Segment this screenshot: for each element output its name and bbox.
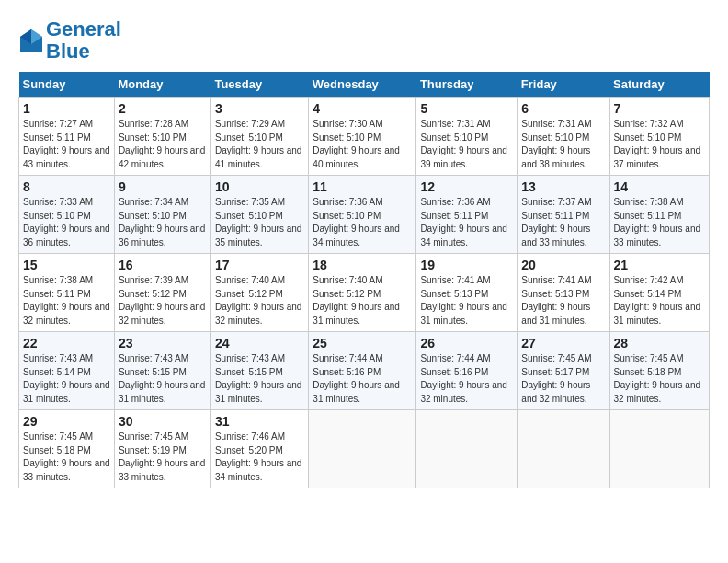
calendar-cell: 23 Sunrise: 7:43 AM Sunset: 5:15 PM Dayl… xyxy=(114,332,210,410)
calendar-cell xyxy=(309,410,416,488)
calendar-cell: 2 Sunrise: 7:28 AM Sunset: 5:10 PM Dayli… xyxy=(114,98,210,176)
day-number: 17 xyxy=(215,258,304,272)
day-info: Sunrise: 7:44 AM Sunset: 5:16 PM Dayligh… xyxy=(420,352,513,406)
weekday-header-monday: Monday xyxy=(114,72,210,98)
day-number: 26 xyxy=(420,336,513,350)
calendar-cell: 19 Sunrise: 7:41 AM Sunset: 5:13 PM Dayl… xyxy=(416,254,518,332)
day-number: 19 xyxy=(420,258,513,272)
weekday-header-wednesday: Wednesday xyxy=(309,72,416,98)
day-info: Sunrise: 7:41 AM Sunset: 5:13 PM Dayligh… xyxy=(521,274,605,327)
day-info: Sunrise: 7:30 AM Sunset: 5:10 PM Dayligh… xyxy=(313,118,412,171)
day-number: 13 xyxy=(521,179,605,194)
day-info: Sunrise: 7:43 AM Sunset: 5:15 PM Dayligh… xyxy=(119,352,207,406)
calendar-cell xyxy=(518,410,609,488)
day-number: 9 xyxy=(119,179,207,194)
day-number: 15 xyxy=(23,258,110,272)
calendar-cell: 18 Sunrise: 7:40 AM Sunset: 5:12 PM Dayl… xyxy=(309,254,416,332)
day-number: 4 xyxy=(313,101,412,116)
calendar-cell: 8 Sunrise: 7:33 AM Sunset: 5:10 PM Dayli… xyxy=(19,176,115,254)
weekday-header-row: SundayMondayTuesdayWednesdayThursdayFrid… xyxy=(19,72,710,98)
day-number: 20 xyxy=(521,258,605,272)
day-info: Sunrise: 7:39 AM Sunset: 5:12 PM Dayligh… xyxy=(119,274,207,327)
day-info: Sunrise: 7:45 AM Sunset: 5:17 PM Dayligh… xyxy=(521,352,605,406)
day-number: 2 xyxy=(119,101,207,116)
calendar-cell: 24 Sunrise: 7:43 AM Sunset: 5:15 PM Dayl… xyxy=(210,332,308,410)
calendar-cell: 12 Sunrise: 7:36 AM Sunset: 5:11 PM Dayl… xyxy=(416,176,518,254)
day-info: Sunrise: 7:38 AM Sunset: 5:11 PM Dayligh… xyxy=(614,196,705,249)
day-number: 14 xyxy=(614,179,705,194)
calendar-week-row: 1 Sunrise: 7:27 AM Sunset: 5:11 PM Dayli… xyxy=(19,98,710,176)
logo-text: General Blue xyxy=(46,18,121,63)
day-number: 18 xyxy=(313,258,412,272)
calendar-cell: 10 Sunrise: 7:35 AM Sunset: 5:10 PM Dayl… xyxy=(210,176,308,254)
day-info: Sunrise: 7:35 AM Sunset: 5:10 PM Dayligh… xyxy=(215,196,304,249)
logo: General Blue xyxy=(18,18,121,63)
calendar-cell: 14 Sunrise: 7:38 AM Sunset: 5:11 PM Dayl… xyxy=(609,176,709,254)
weekday-header-thursday: Thursday xyxy=(416,72,518,98)
day-info: Sunrise: 7:40 AM Sunset: 5:12 PM Dayligh… xyxy=(313,274,412,327)
calendar-cell: 20 Sunrise: 7:41 AM Sunset: 5:13 PM Dayl… xyxy=(518,254,609,332)
calendar-table: SundayMondayTuesdayWednesdayThursdayFrid… xyxy=(18,72,710,488)
day-number: 25 xyxy=(313,336,412,350)
day-info: Sunrise: 7:32 AM Sunset: 5:10 PM Dayligh… xyxy=(614,118,705,171)
calendar-cell: 3 Sunrise: 7:29 AM Sunset: 5:10 PM Dayli… xyxy=(210,98,308,176)
day-info: Sunrise: 7:45 AM Sunset: 5:19 PM Dayligh… xyxy=(119,431,207,484)
calendar-cell: 1 Sunrise: 7:27 AM Sunset: 5:11 PM Dayli… xyxy=(19,98,115,176)
calendar-week-row: 8 Sunrise: 7:33 AM Sunset: 5:10 PM Dayli… xyxy=(19,176,710,254)
calendar-cell: 29 Sunrise: 7:45 AM Sunset: 5:18 PM Dayl… xyxy=(19,410,115,488)
calendar-week-row: 22 Sunrise: 7:43 AM Sunset: 5:14 PM Dayl… xyxy=(19,332,710,410)
day-number: 3 xyxy=(215,101,304,116)
day-number: 5 xyxy=(420,101,513,116)
calendar-week-row: 29 Sunrise: 7:45 AM Sunset: 5:18 PM Dayl… xyxy=(19,410,710,488)
day-number: 24 xyxy=(215,336,304,350)
day-number: 29 xyxy=(23,414,110,429)
day-number: 1 xyxy=(23,101,110,116)
day-number: 22 xyxy=(23,336,110,350)
day-number: 31 xyxy=(215,414,304,429)
weekday-header-saturday: Saturday xyxy=(609,72,709,98)
day-info: Sunrise: 7:34 AM Sunset: 5:10 PM Dayligh… xyxy=(119,196,207,249)
day-info: Sunrise: 7:46 AM Sunset: 5:20 PM Dayligh… xyxy=(215,431,304,484)
day-number: 21 xyxy=(614,258,705,272)
calendar-cell: 11 Sunrise: 7:36 AM Sunset: 5:10 PM Dayl… xyxy=(309,176,416,254)
day-info: Sunrise: 7:41 AM Sunset: 5:13 PM Dayligh… xyxy=(420,274,513,327)
calendar-cell: 6 Sunrise: 7:31 AM Sunset: 5:10 PM Dayli… xyxy=(518,98,609,176)
day-info: Sunrise: 7:27 AM Sunset: 5:11 PM Dayligh… xyxy=(23,118,110,171)
calendar-cell: 31 Sunrise: 7:46 AM Sunset: 5:20 PM Dayl… xyxy=(210,410,308,488)
weekday-header-tuesday: Tuesday xyxy=(210,72,308,98)
calendar-cell: 9 Sunrise: 7:34 AM Sunset: 5:10 PM Dayli… xyxy=(114,176,210,254)
day-number: 6 xyxy=(521,101,605,116)
day-info: Sunrise: 7:44 AM Sunset: 5:16 PM Dayligh… xyxy=(313,352,412,406)
day-info: Sunrise: 7:31 AM Sunset: 5:10 PM Dayligh… xyxy=(521,118,605,171)
day-info: Sunrise: 7:28 AM Sunset: 5:10 PM Dayligh… xyxy=(119,118,207,171)
calendar-cell: 25 Sunrise: 7:44 AM Sunset: 5:16 PM Dayl… xyxy=(309,332,416,410)
day-info: Sunrise: 7:45 AM Sunset: 5:18 PM Dayligh… xyxy=(23,431,110,484)
logo-icon xyxy=(18,28,44,53)
day-info: Sunrise: 7:29 AM Sunset: 5:10 PM Dayligh… xyxy=(215,118,304,171)
day-info: Sunrise: 7:43 AM Sunset: 5:15 PM Dayligh… xyxy=(215,352,304,406)
day-number: 30 xyxy=(119,414,207,429)
calendar-cell: 4 Sunrise: 7:30 AM Sunset: 5:10 PM Dayli… xyxy=(309,98,416,176)
day-info: Sunrise: 7:36 AM Sunset: 5:11 PM Dayligh… xyxy=(420,196,513,249)
day-number: 12 xyxy=(420,179,513,194)
day-number: 16 xyxy=(119,258,207,272)
day-info: Sunrise: 7:45 AM Sunset: 5:18 PM Dayligh… xyxy=(614,352,705,406)
day-info: Sunrise: 7:31 AM Sunset: 5:10 PM Dayligh… xyxy=(420,118,513,171)
day-info: Sunrise: 7:37 AM Sunset: 5:11 PM Dayligh… xyxy=(521,196,605,249)
day-number: 23 xyxy=(119,336,207,350)
day-info: Sunrise: 7:43 AM Sunset: 5:14 PM Dayligh… xyxy=(23,352,110,406)
weekday-header-friday: Friday xyxy=(518,72,609,98)
calendar-cell: 17 Sunrise: 7:40 AM Sunset: 5:12 PM Dayl… xyxy=(210,254,308,332)
page-header: General Blue xyxy=(18,18,710,63)
day-number: 8 xyxy=(23,179,110,194)
day-number: 11 xyxy=(313,179,412,194)
day-number: 7 xyxy=(614,101,705,116)
weekday-header-sunday: Sunday xyxy=(19,72,115,98)
calendar-cell xyxy=(609,410,709,488)
calendar-cell: 30 Sunrise: 7:45 AM Sunset: 5:19 PM Dayl… xyxy=(114,410,210,488)
calendar-cell: 21 Sunrise: 7:42 AM Sunset: 5:14 PM Dayl… xyxy=(609,254,709,332)
day-info: Sunrise: 7:42 AM Sunset: 5:14 PM Dayligh… xyxy=(614,274,705,327)
calendar-cell: 7 Sunrise: 7:32 AM Sunset: 5:10 PM Dayli… xyxy=(609,98,709,176)
calendar-cell: 15 Sunrise: 7:38 AM Sunset: 5:11 PM Dayl… xyxy=(19,254,115,332)
day-info: Sunrise: 7:36 AM Sunset: 5:10 PM Dayligh… xyxy=(313,196,412,249)
